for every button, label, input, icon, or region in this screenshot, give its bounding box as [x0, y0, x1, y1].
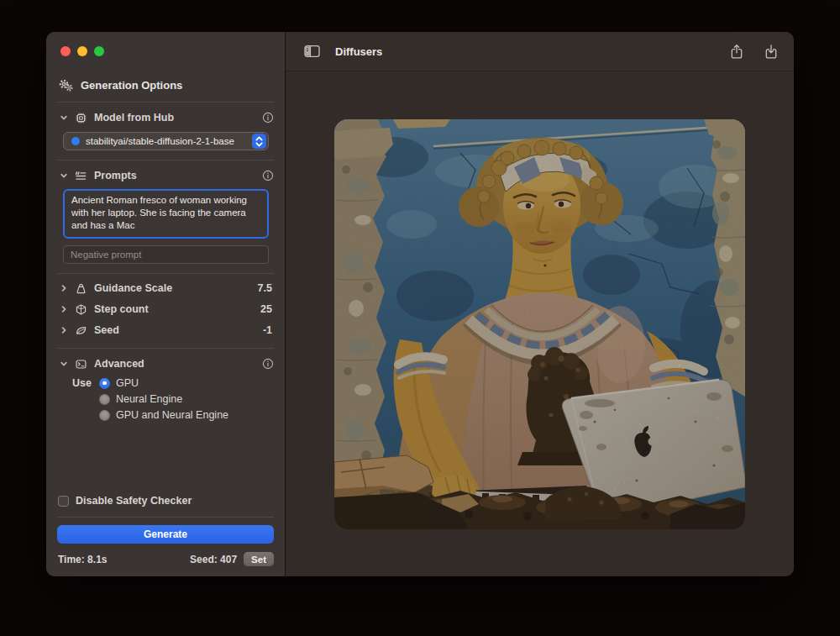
desktop-background: Generation Options Model from Hub	[0, 0, 840, 636]
weight-icon	[75, 282, 87, 295]
row-guidance-scale[interactable]: Guidance Scale 7.5	[57, 280, 274, 297]
generate-button[interactable]: Generate	[57, 525, 274, 544]
section-label: Advanced	[94, 358, 144, 370]
info-icon[interactable]	[262, 358, 274, 370]
radio-gpu-and-neural-engine[interactable]: GPU and Neural Engine	[99, 409, 228, 421]
gears-icon	[59, 79, 73, 92]
section-prompts[interactable]: Prompts	[57, 167, 274, 184]
radio-button[interactable]	[99, 410, 110, 421]
model-dropdown-value: stabilityai/stable-diffusion-2-1-base	[86, 136, 246, 146]
prompt-textarea[interactable]: Ancient Roman fresco of woman working wi…	[63, 189, 269, 239]
param-value: 25	[260, 303, 274, 315]
section-label: Prompts	[94, 170, 137, 181]
terminal-icon	[75, 358, 87, 371]
param-label: Seed	[94, 324, 119, 336]
divider	[57, 273, 274, 274]
compute-unit-group: Use GPU Neural Engine GPU and Neural Eng…	[72, 377, 274, 421]
set-seed-button[interactable]: Set	[244, 552, 274, 566]
generated-image	[334, 119, 745, 529]
model-dropdown[interactable]: stabilityai/stable-diffusion-2-1-base	[63, 132, 269, 150]
param-value: 7.5	[258, 282, 274, 294]
time-status: Time: 8.1s	[58, 554, 107, 565]
window-title: Diffusers	[335, 45, 382, 58]
radio-button-selected[interactable]	[99, 378, 110, 389]
negative-prompt-field[interactable]	[63, 245, 269, 264]
use-label: Use	[72, 377, 92, 421]
divider	[57, 102, 274, 102]
close-button[interactable]	[60, 46, 71, 56]
status-bar: Time: 8.1s Seed: 407 Set	[58, 552, 274, 576]
row-step-count[interactable]: Step count 25	[57, 301, 274, 318]
chevron-down-icon	[60, 360, 68, 368]
titlebar: Diffusers	[286, 32, 794, 71]
checkbox-label: Disable Safety Checker	[76, 495, 192, 507]
divider	[57, 348, 274, 349]
sidebar-title: Generation Options	[81, 79, 182, 92]
app-window: Generation Options Model from Hub	[46, 32, 794, 576]
row-seed[interactable]: Seed -1	[57, 322, 274, 339]
param-label: Guidance Scale	[94, 282, 172, 294]
image-canvas	[286, 71, 794, 576]
share-icon[interactable]	[730, 44, 743, 60]
model-status-dot	[71, 137, 80, 145]
checkbox-unchecked[interactable]	[58, 496, 69, 507]
main-area: Diffusers	[286, 32, 794, 576]
cpu-icon	[75, 112, 87, 124]
zoom-button[interactable]	[94, 46, 104, 56]
seed-status: Seed: 407	[190, 554, 237, 565]
param-label: Step count	[94, 303, 149, 315]
param-value: -1	[263, 324, 274, 336]
disable-safety-checker-row[interactable]: Disable Safety Checker	[57, 495, 274, 507]
chevron-right-icon	[60, 305, 68, 313]
radio-button[interactable]	[99, 394, 110, 405]
negative-prompt-input[interactable]	[71, 250, 261, 260]
info-icon[interactable]	[262, 170, 274, 181]
chevron-down-icon	[60, 113, 68, 122]
sidebar-toggle-icon[interactable]	[304, 45, 320, 58]
text-quote-icon	[75, 170, 87, 182]
section-label: Model from Hub	[94, 112, 174, 124]
radio-gpu[interactable]: GPU	[99, 377, 228, 389]
cube-icon	[75, 303, 87, 316]
traffic-lights	[60, 46, 274, 56]
info-icon[interactable]	[262, 112, 274, 124]
dropdown-stepper-icon[interactable]	[252, 134, 266, 149]
save-icon[interactable]	[764, 44, 778, 60]
chevron-right-icon	[60, 326, 68, 334]
sidebar: Generation Options Model from Hub	[46, 32, 286, 576]
section-model-from-hub[interactable]: Model from Hub	[57, 109, 274, 126]
sidebar-header: Generation Options	[57, 79, 274, 92]
minimize-button[interactable]	[77, 46, 87, 56]
radio-neural-engine[interactable]: Neural Engine	[99, 393, 228, 405]
chevron-down-icon	[60, 171, 68, 180]
leaf-icon	[75, 324, 87, 337]
chevron-right-icon	[60, 284, 68, 292]
section-advanced[interactable]: Advanced	[57, 355, 274, 372]
divider	[57, 160, 274, 160]
divider	[57, 517, 274, 518]
